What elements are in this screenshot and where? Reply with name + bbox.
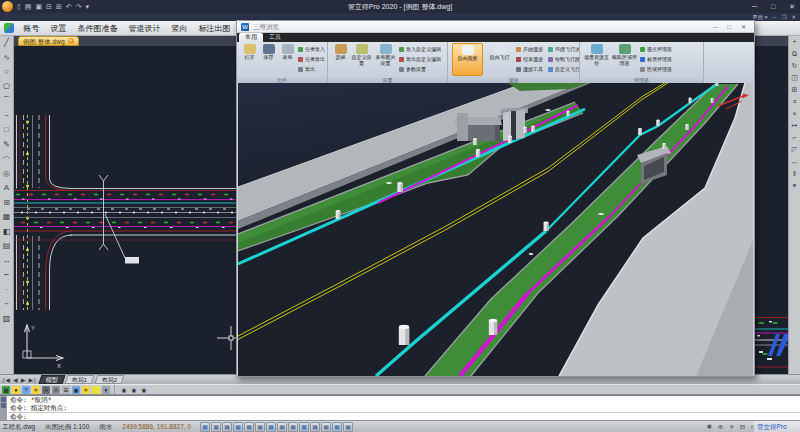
region-icon[interactable]: ◧ xyxy=(1,225,12,240)
button-材质管理器[interactable]: 材质管理器 xyxy=(640,54,702,64)
sun-icon[interactable]: ☀ xyxy=(32,386,40,394)
copy-icon[interactable]: ⧉ xyxy=(790,48,800,60)
button-导入自定义编辑[interactable]: 导入自定义编辑 xyxy=(399,44,447,54)
button-视点管理器[interactable]: 视点管理器 xyxy=(640,44,702,54)
fillet-icon[interactable]: ⌐ xyxy=(790,132,800,144)
leader-icon[interactable]: ⌐ xyxy=(1,268,12,283)
donut-icon[interactable]: ◎ xyxy=(1,167,12,182)
maximize-button[interactable]: □ xyxy=(771,0,775,13)
button-环绕飞行浏览[interactable]: 环绕飞行浏览 xyxy=(548,44,579,54)
button-导出自定义编辑[interactable]: 导出自定义编辑 xyxy=(399,54,447,64)
divide-icon[interactable]: ÷ xyxy=(1,297,12,312)
tab-布局2[interactable]: 布局2 xyxy=(94,375,124,384)
break-icon[interactable]: ‖ xyxy=(790,168,800,180)
bulb-icon[interactable]: ☀ xyxy=(727,422,736,432)
layer-manager-icon[interactable]: ▦ xyxy=(2,386,10,394)
document-tab[interactable]: 例图 整体.dwg ✕ xyxy=(18,36,79,46)
ducs-toggle[interactable]: ▦ xyxy=(277,422,287,432)
button-场景资源支持[interactable]: 场景资源支持 xyxy=(584,43,609,76)
new-layer-icon[interactable]: ▣ xyxy=(72,386,80,394)
button-导出[interactable]: 导出 xyxy=(298,64,328,74)
otrack-toggle[interactable]: ▦ xyxy=(266,422,276,432)
link-icon[interactable]: ⊕ xyxy=(716,422,725,432)
button-发布图片设置[interactable]: 发布图片设置 xyxy=(374,43,397,76)
button-自由观察[interactable]: 自由观察 xyxy=(452,43,483,76)
circle-icon[interactable]: ○ xyxy=(1,65,12,80)
button-区域管理器[interactable]: 区域管理器 xyxy=(640,64,702,74)
mdi-close-button[interactable]: ✕ xyxy=(791,13,796,21)
explode-icon[interactable]: ✶ xyxy=(790,180,800,192)
save-all-icon[interactable]: ⊟ xyxy=(46,1,52,12)
close-button[interactable]: ✕ xyxy=(789,0,795,13)
undo-icon[interactable]: ↶ xyxy=(66,1,72,12)
plot-icon[interactable]: ⊞ xyxy=(56,1,62,12)
mdi-restore-button[interactable]: ❐ xyxy=(781,13,786,21)
more-icon[interactable]: ▾ xyxy=(86,1,90,12)
button-截取区域管理器[interactable]: 截取区域管理器 xyxy=(611,43,638,76)
tpy-toggle[interactable]: ▦ xyxy=(310,422,320,432)
polyline-icon[interactable]: ∿ xyxy=(1,51,12,66)
polar-toggle[interactable]: ▦ xyxy=(233,422,243,432)
wipeout-icon[interactable]: ▨ xyxy=(1,312,12,327)
redo-icon[interactable]: ↷ xyxy=(76,1,82,12)
arc-icon[interactable]: ⌒ xyxy=(1,94,12,109)
button-绘制飞行路线[interactable]: 绘制飞行路线 xyxy=(548,54,579,64)
minimize-button[interactable]: ─ xyxy=(752,0,757,13)
layer-on-icon[interactable]: ☀ xyxy=(82,386,90,394)
status-mode[interactable]: 雨水 xyxy=(99,421,112,432)
stretch-icon[interactable]: ↔ xyxy=(790,156,800,168)
qp-toggle[interactable]: ▦ xyxy=(321,422,331,432)
3d-window-title-bar[interactable]: W 三维浏览 ─ □ ✕ xyxy=(237,21,754,33)
gear-icon[interactable]: ✱ xyxy=(705,422,714,432)
button-保存[interactable]: 保存 xyxy=(260,43,277,76)
menu-4[interactable]: 竖向 xyxy=(166,21,193,36)
zoom-realtime-icon[interactable]: ◉ xyxy=(140,386,148,394)
3d-maximize-button[interactable]: □ xyxy=(727,21,731,33)
menu-0[interactable]: 账号 xyxy=(18,21,45,36)
point-icon[interactable]: · xyxy=(1,283,12,298)
menu-2[interactable]: 条件图准备 xyxy=(72,21,123,36)
lwt-toggle[interactable]: ▦ xyxy=(299,422,309,432)
mdi-minimize-button[interactable]: ─ xyxy=(773,13,777,21)
grid-toggle[interactable]: ▦ xyxy=(211,422,221,432)
button-漫游工具[interactable]: 漫游工具 xyxy=(516,64,547,74)
status-scale[interactable]: 出图比例 1:100 xyxy=(45,421,89,432)
polygon-icon[interactable]: ⬠ xyxy=(1,80,12,95)
freeze-icon[interactable]: ? xyxy=(22,386,30,394)
document-tab-close-icon[interactable]: ✕ xyxy=(68,38,74,44)
state-icon[interactable]: ▾ xyxy=(102,386,110,394)
dyn-toggle[interactable]: ▦ xyxy=(288,422,298,432)
ortho-toggle[interactable]: ▦ xyxy=(222,422,232,432)
rotate-icon[interactable]: ↻ xyxy=(790,60,800,72)
ribbon-tab-工具[interactable]: 工具 xyxy=(263,33,287,42)
button-开始漫游[interactable]: 开始漫游 xyxy=(516,44,547,54)
open-file-icon[interactable]: ▤ xyxy=(25,1,32,12)
tab-布局1[interactable]: 布局1 xyxy=(65,375,95,384)
dim-icon[interactable]: ↔ xyxy=(1,254,12,269)
spline-icon[interactable]: ~ xyxy=(1,109,12,124)
rect-icon[interactable]: □ xyxy=(1,123,12,138)
3d-close-button[interactable]: ✕ xyxy=(741,21,746,33)
zoom-prev-icon[interactable]: ◉ xyxy=(120,386,128,394)
osnap3d-toggle[interactable]: ▦ xyxy=(255,422,265,432)
tab-模型[interactable]: 模型 xyxy=(39,375,66,384)
pencil-icon[interactable]: ✎ xyxy=(1,138,12,153)
offset-icon[interactable]: ≡ xyxy=(790,96,800,108)
line-icon[interactable]: ╱ xyxy=(1,36,12,51)
menu-5[interactable]: 标注出图 xyxy=(193,21,236,36)
button-自定义设置[interactable]: 自定义设置 xyxy=(351,43,372,76)
text-icon[interactable]: A xyxy=(1,181,12,196)
menu-1[interactable]: 设置 xyxy=(45,21,72,36)
sc-toggle[interactable]: ▦ xyxy=(332,422,342,432)
lock-icon[interactable]: A xyxy=(42,386,50,394)
trim-icon[interactable]: × xyxy=(790,108,800,120)
extend-icon[interactable]: ↦ xyxy=(790,120,800,132)
snap-toggle[interactable]: ▦ xyxy=(200,422,210,432)
osnap-toggle[interactable]: ▦ xyxy=(244,422,254,432)
button-参数设置[interactable]: 参数设置 xyxy=(399,64,447,74)
table-icon[interactable]: ▤ xyxy=(1,239,12,254)
button-分类导出[interactable]: 分类导出 xyxy=(298,54,328,64)
plot-icon[interactable]: ⊟ xyxy=(738,422,747,432)
revcloud-icon[interactable]: ◠ xyxy=(1,152,12,167)
save-file-icon[interactable]: ▣ xyxy=(35,1,42,12)
